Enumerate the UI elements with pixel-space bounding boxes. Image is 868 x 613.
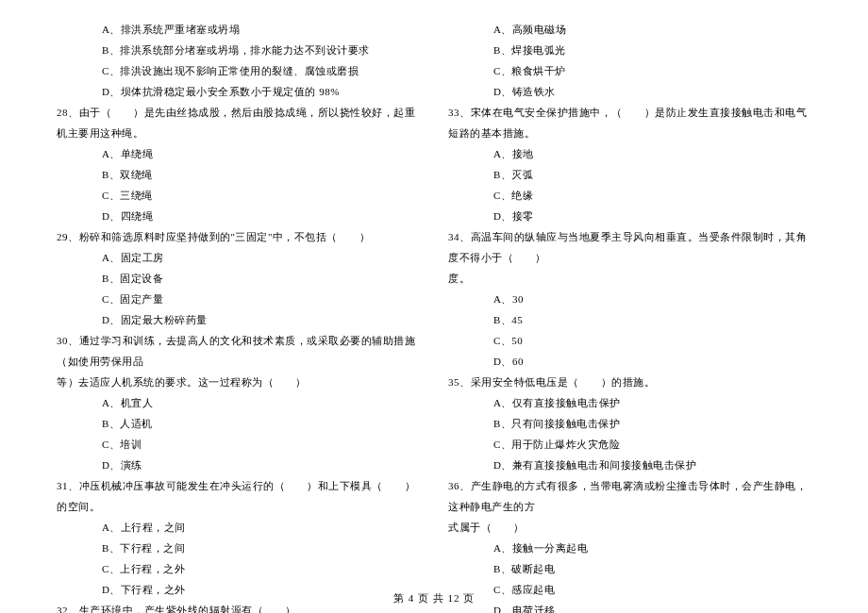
page-footer: 第 4 页 共 12 页 [0,591,868,605]
q33-text: 33、宋体在电气安全保护措施中，（ ）是防止发生直接接触电击和电气短路的基本措施… [448,102,811,143]
q34-option-c: C、50 [448,330,811,351]
q32-option-a: A、高频电磁场 [448,19,811,40]
q30-text: 30、通过学习和训练，去提高人的文化和技术素质，或采取必要的辅助措施（如使用劳保… [57,330,420,372]
q33-option-a: A、接地 [448,143,811,164]
q34-option-d: D、60 [448,351,811,372]
q31-option-c: C、上行程，之外 [57,558,420,579]
q33-option-d: D、接零 [448,206,811,226]
q34-option-a: A、30 [448,289,811,309]
q28-option-a: A、单绕绳 [57,143,420,164]
q30-option-a: A、机宜人 [57,392,420,413]
q27-option-b: B、排洪系统部分堵塞或坍塌，排水能力达不到设计要求 [57,40,420,60]
q30-option-d: D、演练 [57,455,420,475]
q34-option-b: B、45 [448,309,811,330]
q29-option-c: C、固定产量 [57,289,420,309]
q30-text-cont: 等）去适应人机系统的要求。这一过程称为（ ） [57,372,420,392]
q31-option-a: A、上行程，之间 [57,517,420,538]
right-column: A、高频电磁场 B、焊接电弧光 C、粮食烘干炉 D、铸造铁水 33、宋体在电气安… [439,19,830,575]
q29-text: 29、粉碎和筛选原料时应坚持做到的"三固定"中，不包括（ ） [57,226,420,247]
q28-option-d: D、四绕绳 [57,206,420,226]
q33-option-b: B、灭弧 [448,164,811,185]
q36-option-a: A、接触一分离起电 [448,538,811,558]
q29-option-b: B、固定设备 [57,268,420,289]
q36-option-b: B、破断起电 [448,558,811,579]
q30-option-b: B、人适机 [57,413,420,434]
q36-text: 36、产生静电的方式有很多，当带电雾滴或粉尘撞击导体时，会产生静电，这种静电产生… [448,475,811,517]
q28-option-b: B、双绕绳 [57,164,420,185]
q33-option-c: C、绝缘 [448,185,811,206]
q27-option-a: A、排洪系统严重堵塞或坍塌 [57,19,420,40]
q35-option-a: A、仅有直接接触电击保护 [448,392,811,413]
q35-option-c: C、用于防止爆炸火灾危险 [448,434,811,455]
q27-option-c: C、排洪设施出现不影响正常使用的裂缝、腐蚀或磨损 [57,60,420,81]
q31-option-b: B、下行程，之间 [57,538,420,558]
q28-option-c: C、三绕绳 [57,185,420,206]
q29-option-a: A、固定工房 [57,247,420,268]
q29-option-d: D、固定最大粉碎药量 [57,309,420,330]
q31-text: 31、冲压机械冲压事故可能发生在冲头运行的（ ）和上下模具（ ）的空间。 [57,475,420,517]
q34-text-cont: 度。 [448,268,811,289]
q35-option-b: B、只有间接接触电击保护 [448,413,811,434]
page-content: A、排洪系统严重堵塞或坍塌 B、排洪系统部分堵塞或坍塌，排水能力达不到设计要求 … [0,0,868,585]
left-column: A、排洪系统严重堵塞或坍塌 B、排洪系统部分堵塞或坍塌，排水能力达不到设计要求 … [57,19,439,575]
q30-option-c: C、培训 [57,434,420,455]
q35-text: 35、采用安全特低电压是（ ）的措施。 [448,372,811,392]
q35-option-d: D、兼有直接接触电击和间接接触电击保护 [448,455,811,475]
q36-text-cont: 式属于（ ） [448,517,811,538]
q28-text: 28、由于（ ）是先由丝捻成股，然后由股捻成绳，所以挠性较好，起重机主要用这种绳… [57,102,420,143]
q32-option-b: B、焊接电弧光 [448,40,811,60]
q32-option-d: D、铸造铁水 [448,81,811,102]
q34-text: 34、高温车间的纵轴应与当地夏季主导风向相垂直。当受条件限制时，其角度不得小于（… [448,226,811,268]
q32-option-c: C、粮食烘干炉 [448,60,811,81]
q27-option-d: D、坝体抗滑稳定最小安全系数小于规定值的 98% [57,81,420,102]
